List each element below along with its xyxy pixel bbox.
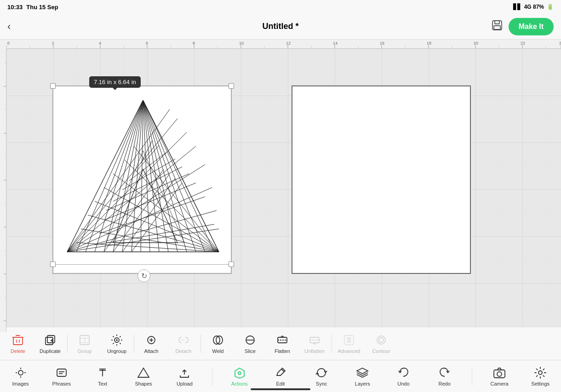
- flatten-button[interactable]: Flatten: [266, 328, 298, 359]
- svg-text:12: 12: [286, 41, 291, 45]
- contour-button[interactable]: Contour: [365, 328, 397, 359]
- status-date: Thu 15 Sep: [26, 4, 58, 11]
- right-design-mat: [292, 85, 471, 274]
- vertical-ruler: 0: [0, 40, 6, 332]
- svg-line-129: [113, 343, 114, 344]
- redo-label: Redo: [439, 381, 451, 386]
- text-nav-button[interactable]: Text: [89, 366, 116, 386]
- network-label: 4G 87%: [524, 4, 544, 10]
- save-icon[interactable]: [491, 19, 503, 34]
- svg-point-122: [116, 340, 117, 341]
- slice-button[interactable]: Slice: [234, 328, 266, 359]
- shapes-nav-button[interactable]: Shapes: [130, 366, 157, 386]
- ruler-corner: [0, 40, 6, 49]
- layers-label: Layers: [355, 381, 370, 386]
- upload-label: Upload: [177, 381, 193, 386]
- flatten-label: Flatten: [275, 348, 290, 354]
- document-title: Untitled *: [263, 22, 299, 31]
- handle-top-left[interactable]: [50, 83, 56, 89]
- advanced-button[interactable]: Advanced: [333, 328, 365, 359]
- ungroup-label: Ungroup: [107, 348, 126, 354]
- svg-text:24: 24: [559, 41, 561, 45]
- camera-nav-button[interactable]: Camera: [486, 366, 513, 386]
- battery-icon: 🔋: [547, 4, 554, 10]
- svg-point-148: [379, 338, 384, 342]
- make-it-button[interactable]: Make It: [509, 18, 554, 35]
- actions-nav-button[interactable]: Actions: [226, 366, 253, 386]
- selection-box: [52, 85, 232, 265]
- status-bar: 10:33 Thu 15 Sep ▋▋ 4G 87% 🔋: [0, 0, 561, 14]
- svg-text:18: 18: [427, 41, 431, 45]
- bottom-nav: Images Phrases Text Shapes Upload: [0, 360, 561, 392]
- svg-marker-164: [357, 368, 368, 374]
- svg-point-149: [18, 370, 23, 375]
- svg-point-162: [238, 372, 241, 375]
- shapes-label: Shapes: [135, 381, 152, 386]
- group-label: Group: [78, 348, 92, 354]
- svg-text:0: 0: [7, 41, 10, 45]
- svg-point-147: [377, 336, 385, 344]
- unflatten-button[interactable]: Unflatten: [298, 328, 331, 359]
- rotate-handle[interactable]: ↻: [137, 269, 150, 282]
- handle-bottom-right[interactable]: [229, 261, 234, 267]
- undo-label: Undo: [397, 381, 409, 386]
- svg-point-167: [538, 371, 542, 375]
- images-label: Images: [12, 381, 29, 386]
- svg-rect-1: [495, 21, 499, 24]
- svg-text:20: 20: [474, 41, 478, 45]
- home-indicator: [251, 388, 310, 390]
- svg-rect-119: [85, 338, 89, 343]
- advanced-label: Advanced: [338, 348, 361, 354]
- handle-bottom-left[interactable]: [50, 261, 56, 267]
- delete-label: Delete: [11, 348, 25, 354]
- camera-label: Camera: [490, 381, 508, 386]
- actions-label: Actions: [231, 381, 248, 386]
- contour-label: Contour: [372, 348, 390, 354]
- redo-nav-button[interactable]: Redo: [431, 366, 458, 386]
- delete-button[interactable]: Delete: [2, 328, 34, 359]
- phrases-label: Phrases: [52, 381, 71, 386]
- attach-button[interactable]: Attach: [135, 328, 167, 359]
- svg-text:6: 6: [146, 41, 148, 45]
- detach-label: Detach: [176, 348, 192, 354]
- edit-label: Edit: [276, 381, 285, 386]
- phrases-nav-button[interactable]: Phrases: [48, 366, 75, 386]
- svg-text:10: 10: [239, 41, 244, 45]
- undo-nav-button[interactable]: Undo: [389, 366, 417, 386]
- handle-top-right[interactable]: [229, 83, 234, 89]
- edit-nav-button[interactable]: Edit: [267, 366, 294, 386]
- back-button[interactable]: ‹: [7, 21, 11, 33]
- images-nav-button[interactable]: Images: [7, 366, 34, 386]
- svg-line-130: [120, 336, 120, 337]
- svg-text:8: 8: [193, 41, 195, 45]
- layers-nav-button[interactable]: Layers: [349, 366, 376, 386]
- sync-nav-button[interactable]: Sync: [308, 366, 335, 386]
- weld-label: Weld: [212, 348, 224, 354]
- svg-text:4: 4: [99, 41, 101, 45]
- top-bar: ‹ Untitled * Make It: [0, 14, 561, 40]
- settings-label: Settings: [531, 381, 550, 386]
- detach-button[interactable]: Detach: [167, 328, 200, 359]
- settings-nav-button[interactable]: Settings: [527, 366, 554, 386]
- svg-marker-160: [138, 368, 149, 377]
- svg-rect-109: [13, 337, 23, 345]
- svg-rect-2: [494, 26, 500, 29]
- duplicate-button[interactable]: Duplicate: [34, 328, 66, 359]
- svg-point-166: [497, 372, 502, 376]
- status-time-date: 10:33 Thu 15 Sep: [7, 4, 58, 11]
- svg-text:2: 2: [52, 41, 54, 45]
- svg-text:22: 22: [521, 41, 525, 45]
- group-button[interactable]: Group: [69, 328, 101, 359]
- dimension-tooltip: 7.16 in x 6.64 in: [89, 76, 141, 88]
- duplicate-label: Duplicate: [40, 348, 61, 354]
- svg-rect-115: [47, 335, 55, 343]
- upload-nav-button[interactable]: Upload: [171, 366, 198, 386]
- weld-button[interactable]: Weld: [202, 328, 234, 359]
- ungroup-button[interactable]: Ungroup: [101, 328, 133, 359]
- svg-line-127: [113, 336, 114, 337]
- svg-text:14: 14: [333, 41, 338, 45]
- text-label: Text: [98, 381, 107, 386]
- signal-icon: ▋▋: [513, 4, 521, 10]
- canvas-area[interactable]: 7.16 in x 6.64 in ↻: [6, 49, 561, 332]
- attach-label: Attach: [144, 348, 158, 354]
